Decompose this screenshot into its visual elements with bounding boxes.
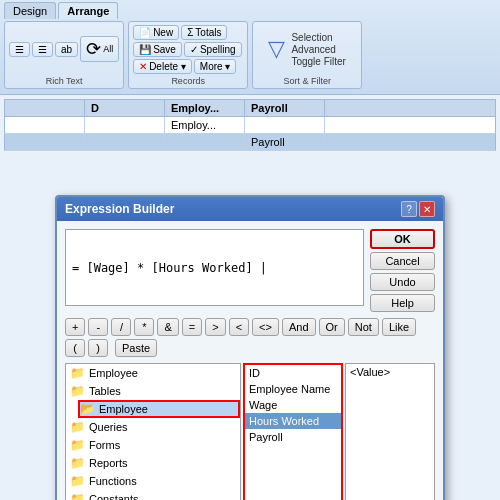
folder-icon-4: 📁	[70, 438, 85, 452]
middle-item-id[interactable]: ID	[245, 365, 341, 381]
ribbon-tabs: Design Arrange	[4, 2, 496, 19]
folder-icon-3: 📁	[70, 420, 85, 434]
side-buttons: OK Cancel Undo Help	[370, 229, 435, 312]
help-titlebar-btn[interactable]: ?	[401, 201, 417, 217]
middle-item-employee-name[interactable]: Employee Name	[245, 381, 341, 397]
op-plus[interactable]: +	[65, 318, 85, 336]
folder-open-icon: 📂	[80, 402, 95, 416]
col-payroll: Payroll	[245, 100, 325, 116]
selection-label[interactable]: Selection	[291, 32, 345, 43]
right-panel-placeholder: <Value>	[346, 364, 434, 380]
background-content: D Employ... Payroll Employ... Payroll Ex…	[0, 95, 500, 500]
text-btn[interactable]: ab	[55, 42, 78, 57]
list-btn-2[interactable]: ☰	[32, 42, 53, 57]
operators-row: + - / * & = > < <> And Or Not Like ( ) P…	[65, 318, 435, 357]
advanced-label[interactable]: Advanced	[291, 44, 345, 55]
folder-icon-2: 📁	[70, 384, 85, 398]
expr-row: = [Wage] * [Hours Worked] | OK Cancel Un…	[65, 229, 435, 312]
dialog-body: = [Wage] * [Hours Worked] | OK Cancel Un…	[57, 221, 443, 500]
middle-panel[interactable]: ID Employee Name Wage Hours Worked Payro	[243, 363, 343, 500]
paste-button[interactable]: Paste	[115, 339, 157, 357]
three-panel: 📁 Employee 📁 Tables 📂 Employee 📁	[65, 363, 435, 500]
middle-item-payroll[interactable]: Payroll	[245, 429, 341, 445]
folder-icon-5: 📁	[70, 456, 85, 470]
table-row-selected: Payroll	[4, 134, 496, 151]
group-sort-filter: ▽ Selection Advanced Toggle Filter Sort …	[252, 21, 362, 89]
rich-text-buttons: ☰ ☰ ab ⟳All	[9, 24, 119, 74]
op-minus[interactable]: -	[88, 318, 108, 336]
left-item-functions[interactable]: 📁 Functions	[66, 472, 240, 490]
op-rparen[interactable]: )	[88, 339, 108, 357]
records-buttons: 📄New ΣTotals 💾Save ✓Spelling ✕Delete ▾ M…	[133, 24, 243, 74]
spelling-btn[interactable]: ✓Spelling	[184, 42, 242, 57]
left-item-tables[interactable]: 📁 Tables	[66, 382, 240, 400]
records-label: Records	[171, 76, 205, 86]
group-rich-text: ☰ ☰ ab ⟳All Rich Text	[4, 21, 124, 89]
table-row: Employ...	[4, 117, 496, 134]
op-gt[interactable]: >	[205, 318, 225, 336]
col-employ: Employ...	[165, 100, 245, 116]
tab-arrange[interactable]: Arrange	[58, 2, 118, 19]
refresh-btn[interactable]: ⟳All	[80, 36, 119, 62]
dialog-title: Expression Builder	[65, 202, 174, 216]
left-item-queries[interactable]: 📁 Queries	[66, 418, 240, 436]
group-records: 📄New ΣTotals 💾Save ✓Spelling ✕Delete ▾ M…	[128, 21, 248, 89]
left-item-constants[interactable]: 📁 Constants	[66, 490, 240, 500]
left-item-forms[interactable]: 📁 Forms	[66, 436, 240, 454]
undo-button[interactable]: Undo	[370, 273, 435, 291]
op-lparen[interactable]: (	[65, 339, 85, 357]
help-button[interactable]: Help	[370, 294, 435, 312]
op-multiply[interactable]: *	[134, 318, 154, 336]
sort-filter-right: Selection Advanced Toggle Filter	[291, 32, 345, 67]
sort-filter-label: Sort & Filter	[283, 76, 331, 86]
tab-design[interactable]: Design	[4, 2, 56, 19]
right-panel[interactable]: <Value>	[345, 363, 435, 500]
op-and[interactable]: And	[282, 318, 316, 336]
ok-button[interactable]: OK	[370, 229, 435, 249]
op-not[interactable]: Not	[348, 318, 379, 336]
new-btn[interactable]: 📄New	[133, 25, 179, 40]
rich-text-label: Rich Text	[46, 76, 83, 86]
folder-icon-7: 📁	[70, 492, 85, 500]
ribbon: Design Arrange ☰ ☰ ab ⟳All Rich Text 📄Ne…	[0, 0, 500, 95]
op-lt[interactable]: <	[229, 318, 249, 336]
delete-btn[interactable]: ✕Delete ▾	[133, 59, 192, 74]
bg-table-header: D Employ... Payroll	[4, 99, 496, 117]
middle-item-hours-worked[interactable]: Hours Worked	[245, 413, 341, 429]
toggle-filter-label[interactable]: Toggle Filter	[291, 56, 345, 67]
folder-icon-1: 📁	[70, 366, 85, 380]
save-btn[interactable]: 💾Save	[133, 42, 182, 57]
middle-item-wage[interactable]: Wage	[245, 397, 341, 413]
dialog-overlay: Expression Builder ? ✕ = [Wage] * [Hours…	[0, 190, 500, 500]
op-amp[interactable]: &	[157, 318, 178, 336]
titlebar-buttons: ? ✕	[401, 201, 435, 217]
op-or[interactable]: Or	[319, 318, 345, 336]
totals-btn[interactable]: ΣTotals	[181, 25, 227, 40]
folder-icon-6: 📁	[70, 474, 85, 488]
left-item-reports[interactable]: 📁 Reports	[66, 454, 240, 472]
expression-builder-dialog: Expression Builder ? ✕ = [Wage] * [Hours…	[55, 195, 445, 500]
ribbon-content: ☰ ☰ ab ⟳All Rich Text 📄New ΣTotals 💾Save…	[4, 21, 496, 89]
left-item-employee-selected[interactable]: 📂 Employee	[78, 400, 240, 418]
col-empty	[5, 100, 85, 116]
op-equals[interactable]: =	[182, 318, 202, 336]
close-titlebar-btn[interactable]: ✕	[419, 201, 435, 217]
col-d: D	[85, 100, 165, 116]
expression-input[interactable]: = [Wage] * [Hours Worked] |	[65, 229, 364, 306]
op-like[interactable]: Like	[382, 318, 416, 336]
more-btn[interactable]: More ▾	[194, 59, 237, 74]
op-slash[interactable]: /	[111, 318, 131, 336]
expression-text: = [Wage] * [Hours Worked] |	[72, 261, 357, 275]
op-ltlt[interactable]: <>	[252, 318, 279, 336]
left-panel[interactable]: 📁 Employee 📁 Tables 📂 Employee 📁	[65, 363, 241, 500]
filter-icon[interactable]: ▽	[268, 36, 285, 62]
list-btn-1[interactable]: ☰	[9, 42, 30, 57]
cancel-button[interactable]: Cancel	[370, 252, 435, 270]
left-item-employee[interactable]: 📁 Employee	[66, 364, 240, 382]
dialog-titlebar: Expression Builder ? ✕	[57, 197, 443, 221]
